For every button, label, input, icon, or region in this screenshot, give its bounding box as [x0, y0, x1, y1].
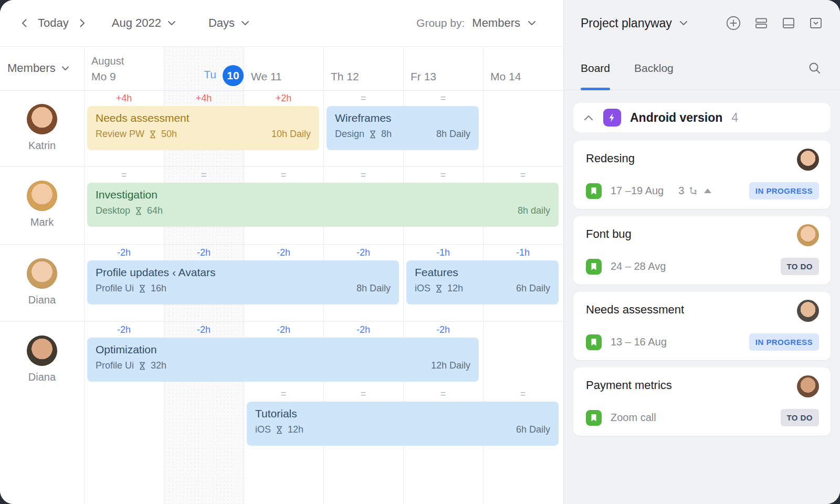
- task-bar-wireframes[interactable]: WireframesDesign8h8h Daily: [327, 106, 479, 150]
- bookmark-icon: [586, 183, 602, 199]
- sprint-icon: [603, 109, 621, 127]
- task-title: Wireframes: [335, 111, 470, 125]
- hourglass-icon: [149, 130, 156, 139]
- capacity-delta: +4h: [84, 93, 164, 104]
- task-project: Desktop: [96, 205, 130, 216]
- task-details: Design8h8h Daily: [335, 129, 470, 140]
- status-badge: IN PROGRESS: [749, 333, 819, 351]
- capacity-delta: -1h: [403, 247, 483, 258]
- day-label: Mo 9: [91, 70, 164, 83]
- task-lane: ====TutorialsiOS12h6h Daily: [84, 386, 563, 449]
- collapse-panel-button[interactable]: [807, 15, 824, 32]
- chevron-down-icon: [528, 20, 536, 26]
- today-button[interactable]: Today: [34, 14, 73, 32]
- capacity-delta: =: [244, 170, 323, 181]
- task-title: Investigation: [96, 188, 550, 202]
- task-bar-investigation[interactable]: InvestigationDesktop64h8h daily: [87, 183, 559, 227]
- task-project-hours: Profile Ui16h: [96, 283, 166, 294]
- group-by-label: Group by:: [416, 17, 465, 29]
- avatar: [797, 149, 819, 171]
- avatar: [797, 224, 819, 246]
- next-day-button[interactable]: [73, 14, 91, 32]
- hourglass-icon: [435, 285, 443, 293]
- task-title: Profile updates ‹ Avatars: [96, 266, 391, 279]
- hourglass-icon: [139, 285, 146, 293]
- task-daily-hours: 8h daily: [518, 205, 550, 216]
- view-dropdown[interactable]: Days: [208, 16, 249, 30]
- task-project: Review PW: [96, 129, 144, 140]
- prev-day-button[interactable]: [16, 14, 34, 32]
- capacity-delta: =: [403, 93, 483, 104]
- board-card-redesing[interactable]: Redesing17 –19 Aug3IN PROGRESS: [573, 141, 831, 209]
- capacity-delta: +4h: [164, 93, 244, 104]
- board-card-needs-assessment[interactable]: Needs assessment13 – 16 AugIN PROGRESS: [573, 292, 831, 360]
- search-icon: [807, 61, 822, 76]
- task-project-hours: Desktop64h: [96, 205, 163, 216]
- add-task-button[interactable]: [724, 14, 742, 32]
- subtasks-control[interactable]: 3: [678, 185, 711, 197]
- lightning-icon: [607, 112, 617, 123]
- task-lane: ======InvestigationDesktop64h8h daily: [84, 167, 563, 230]
- task-daily-hours: 6h Daily: [516, 283, 550, 294]
- day-label: We 11: [251, 70, 323, 83]
- capacity-delta: -2h: [164, 324, 244, 335]
- capacity-delta: =: [244, 388, 323, 400]
- board-card-payment-metrics[interactable]: Payment metricsZoom callTO DO: [573, 368, 831, 436]
- tab-backlog[interactable]: Backlog: [634, 46, 674, 90]
- bookmark-icon: [586, 410, 602, 426]
- task-total-hours: 50h: [161, 129, 177, 140]
- bottom-panel-button[interactable]: [780, 15, 797, 32]
- chevron-down-icon: [167, 20, 176, 26]
- avatar: [27, 258, 57, 289]
- task-details: Profile Ui16h8h Daily: [96, 283, 391, 294]
- tab-board[interactable]: Board: [581, 46, 610, 90]
- day-header-mo-14: Mo 14: [483, 46, 563, 90]
- task-project-hours: iOS12h: [415, 283, 463, 294]
- card-footer: 17 –19 Aug3IN PROGRESS: [586, 182, 819, 200]
- avatar: [797, 375, 819, 397]
- day-header-th-12: Th 12: [323, 46, 403, 90]
- search-button[interactable]: [805, 59, 824, 78]
- task-total-hours: 16h: [151, 283, 166, 294]
- task-total-hours: 32h: [151, 360, 166, 371]
- box-chevron-down-icon: [808, 16, 823, 30]
- task-bar-needs-assessment[interactable]: Needs assessmentReview PW50h10h Daily: [87, 106, 319, 150]
- capacity-delta: =: [84, 170, 164, 181]
- card-date: Zoom call: [611, 412, 656, 424]
- task-daily-hours: 8h Daily: [436, 129, 470, 140]
- subtask-count: 3: [678, 185, 684, 197]
- task-bar-profile-updates-avatars[interactable]: Profile updates ‹ AvatarsProfile Ui16h8h…: [87, 260, 399, 304]
- task-daily-hours: 6h Daily: [516, 424, 550, 435]
- member-name: Katrin: [0, 140, 84, 152]
- task-bar-tutorials[interactable]: TutorialsiOS12h6h Daily: [247, 402, 559, 446]
- task-details: iOS12h6h Daily: [255, 424, 550, 435]
- chevron-down-icon: [679, 20, 688, 26]
- rows-view-button[interactable]: [753, 15, 770, 32]
- members-header-dropdown[interactable]: Members: [0, 46, 84, 90]
- capacity-delta: =: [483, 388, 563, 400]
- card-date: 24 – 28 Avg: [611, 260, 666, 272]
- month-dropdown[interactable]: Aug 2022: [112, 16, 176, 30]
- panel-tabs: Board Backlog: [564, 46, 840, 90]
- collapse-group-button[interactable]: [583, 114, 594, 122]
- task-project-hours: iOS12h: [255, 424, 303, 435]
- member-row-katrin-0: Katrin+4h+4h+2h==Needs assessmentReview …: [0, 90, 563, 167]
- member-row-mark-1: Mark======InvestigationDesktop64h8h dail…: [0, 167, 563, 245]
- task-project: iOS: [255, 424, 271, 435]
- project-dropdown[interactable]: Project planyway: [581, 16, 688, 30]
- task-bar-optimization[interactable]: OptimizationProfile Ui32h12h Daily: [87, 338, 479, 382]
- member-name: Mark: [0, 216, 84, 228]
- card-date: 17 –19 Aug: [611, 185, 664, 197]
- group-title: Android version: [630, 111, 722, 125]
- day-label: Th 12: [331, 70, 403, 83]
- subtasks-icon: [688, 186, 698, 196]
- capacity-delta: -2h: [244, 247, 323, 258]
- today-date-badge: 10: [223, 65, 244, 86]
- status-badge: TO DO: [781, 258, 819, 275]
- today-day-label: Tu: [204, 68, 216, 86]
- day-header-row: AugustMo 9Tu10We 11Th 12Fr 13Mo 14: [84, 46, 563, 90]
- group-by-control[interactable]: Group by: Members: [416, 16, 536, 30]
- planyway-app: Today Aug 2022 Days Group by: Members Me…: [0, 0, 840, 504]
- task-bar-features[interactable]: FeaturesiOS12h6h Daily: [406, 260, 559, 304]
- board-card-font-bug[interactable]: Font bug24 – 28 AvgTO DO: [573, 216, 831, 285]
